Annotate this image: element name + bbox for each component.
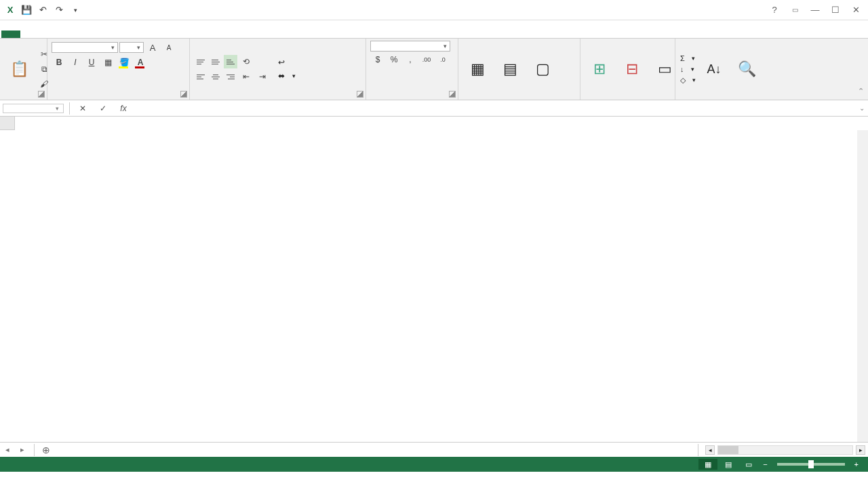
format-icon: ▭ [654, 58, 675, 80]
align-center-button[interactable] [209, 70, 222, 83]
fill-icon: ↓ [680, 65, 684, 73]
decrease-decimal-button[interactable]: .0 [435, 53, 450, 66]
group-label-cells [585, 98, 671, 98]
delete-cells-button[interactable]: ⊟ [617, 57, 647, 81]
align-top-button[interactable] [194, 55, 208, 68]
find-icon: 🔍 [736, 58, 757, 80]
sigma-icon: Σ [680, 54, 685, 62]
italic-button[interactable]: I [68, 56, 83, 69]
increase-indent-button[interactable]: ⇥ [255, 70, 270, 83]
align-middle-button[interactable] [209, 55, 222, 68]
file-tab[interactable] [1, 30, 20, 38]
zoom-out-button[interactable]: − [763, 460, 767, 468]
delete-icon: ⊟ [621, 58, 643, 80]
autosum-button[interactable]: Σ▾ [679, 54, 696, 63]
minimize-button[interactable]: — [806, 3, 825, 18]
cell-styles-icon: ▢ [532, 58, 553, 80]
ribbon: 📋 ✂ ⧉ 🖌 ▾ ▾ A A B I U ▦ [0, 38, 868, 100]
formula-enter-button[interactable]: ✓ [94, 102, 112, 115]
vertical-scrollbar[interactable] [857, 130, 868, 442]
number-launcher[interactable] [449, 91, 456, 98]
paste-button[interactable]: 📋 [4, 57, 34, 81]
clear-icon: ◇ [680, 76, 686, 85]
conditional-formatting-icon: ▦ [467, 58, 488, 80]
maximize-button[interactable]: ☐ [826, 3, 845, 18]
title-bar: X 💾 ↶ ↷ ▾ ? ▭ — ☐ ✕ [0, 0, 868, 20]
sort-filter-button[interactable]: A↓ [699, 57, 729, 81]
font-name-combo[interactable]: ▾ [52, 42, 118, 53]
format-as-table-icon: ▤ [499, 58, 521, 80]
underline-button[interactable]: U [84, 56, 99, 69]
borders-button[interactable]: ▦ [100, 56, 115, 69]
font-size-combo[interactable]: ▾ [119, 42, 144, 53]
close-button[interactable]: ✕ [846, 3, 865, 18]
insert-cells-button[interactable]: ⊞ [585, 57, 614, 81]
find-select-button[interactable]: 🔍 [732, 57, 762, 81]
group-label-font [52, 98, 185, 98]
ribbon-tabs [0, 20, 868, 38]
sheet-tab-bar: ◂ ▸ ⊕ ◂ ▸ [0, 442, 868, 457]
zoom-in-button[interactable]: + [854, 460, 859, 468]
alignment-launcher[interactable] [357, 91, 363, 98]
fill-button[interactable]: ↓▾ [679, 64, 696, 74]
clear-button[interactable]: ◇▾ [679, 75, 696, 85]
percent-format-button[interactable]: % [387, 53, 401, 66]
formula-input[interactable] [134, 102, 856, 115]
clipboard-launcher[interactable] [38, 91, 45, 98]
font-launcher[interactable] [180, 91, 187, 98]
add-sheet-button[interactable]: ⊕ [39, 443, 54, 458]
group-label-editing [679, 98, 800, 98]
wrap-text-button[interactable]: ↩ [277, 56, 297, 68]
name-box[interactable]: ▾ [3, 104, 64, 113]
qat-customize[interactable]: ▾ [68, 3, 83, 18]
decrease-indent-button[interactable]: ⇤ [239, 70, 254, 83]
cell-styles-button[interactable]: ▢ [528, 57, 557, 81]
comma-format-button[interactable]: , [403, 53, 418, 66]
align-left-button[interactable] [194, 70, 208, 83]
orientation-button[interactable]: ⟲ [239, 55, 254, 68]
undo-button[interactable]: ↶ [35, 3, 50, 18]
status-bar: ▦ ▤ ▭ − + [0, 457, 868, 472]
merge-icon: ⬌ [278, 71, 285, 81]
group-label-alignment [194, 98, 361, 98]
formula-bar: ▾ ✕ ✓ fx ⌄ [0, 100, 868, 117]
view-normal-button[interactable]: ▦ [698, 459, 717, 470]
merge-center-button[interactable]: ⬌▾ [277, 70, 297, 82]
format-as-table-button[interactable]: ▤ [495, 57, 525, 81]
ribbon-options-button[interactable]: ▭ [785, 3, 804, 18]
view-page-layout-button[interactable]: ▤ [719, 459, 738, 470]
sort-icon: A↓ [703, 58, 725, 80]
shrink-font-button[interactable]: A [161, 41, 176, 54]
save-button[interactable]: 💾 [19, 3, 34, 18]
hscroll-track[interactable] [717, 445, 853, 455]
sheet-nav-prev[interactable]: ◂ [0, 445, 15, 454]
paste-icon: 📋 [8, 58, 30, 80]
wrap-text-icon: ↩ [278, 58, 285, 67]
number-format-combo[interactable]: ▾ [370, 41, 450, 52]
help-button[interactable]: ? [765, 3, 784, 18]
excel-icon: X [3, 3, 18, 18]
insert-function-button[interactable]: fx [115, 102, 132, 115]
hscroll-right[interactable]: ▸ [856, 445, 865, 455]
accounting-format-button[interactable]: $ [370, 53, 385, 66]
bold-button[interactable]: B [52, 56, 66, 69]
font-color-button[interactable]: A [133, 56, 148, 69]
group-label-clipboard [4, 98, 43, 98]
sheet-nav-next[interactable]: ▸ [15, 445, 30, 454]
fill-color-button[interactable]: 🪣 [117, 56, 132, 69]
formula-cancel-button[interactable]: ✕ [74, 102, 92, 115]
grow-font-button[interactable]: A [145, 41, 160, 54]
view-page-break-button[interactable]: ▭ [739, 459, 758, 470]
collapse-ribbon-button[interactable]: ⌃ [858, 87, 864, 96]
insert-icon: ⊞ [589, 58, 610, 80]
formula-expand-button[interactable]: ⌄ [856, 104, 868, 112]
hscroll-left[interactable]: ◂ [705, 445, 715, 455]
zoom-slider[interactable] [777, 463, 845, 466]
align-right-button[interactable] [224, 70, 237, 83]
conditional-formatting-button[interactable]: ▦ [462, 57, 492, 81]
select-all-cells[interactable] [0, 117, 15, 130]
group-label-styles [462, 98, 576, 98]
increase-decimal-button[interactable]: .00 [419, 53, 434, 66]
redo-button[interactable]: ↷ [52, 3, 66, 18]
align-bottom-button[interactable] [224, 55, 237, 68]
